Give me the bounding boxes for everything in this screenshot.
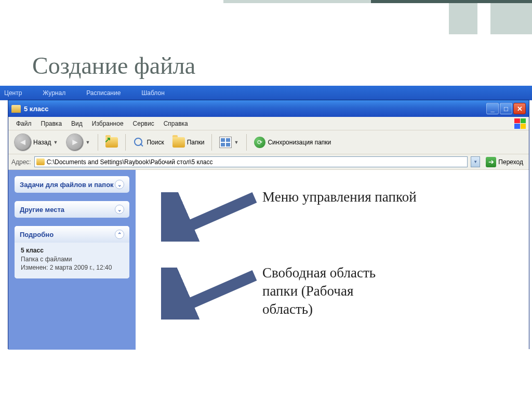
- chevron-up-icon[interactable]: ⌃: [115, 230, 124, 239]
- annotation-workarea: Свободная область папки (Рабочая область…: [262, 264, 376, 318]
- menu-bar: Файл Правка Вид Избранное Сервис Справка: [8, 117, 529, 130]
- dropdown-arrow-icon: ▼: [53, 140, 58, 145]
- address-field[interactable]: C:\Documents and Settings\Raybook\Рабочи…: [34, 156, 468, 167]
- bg-item: Расписание: [86, 89, 121, 97]
- search-label: Поиск: [147, 139, 164, 146]
- folder-icon: [172, 137, 185, 148]
- menu-help[interactable]: Справка: [159, 118, 193, 129]
- chevron-down-icon[interactable]: ⌄: [115, 180, 124, 189]
- views-icon: [219, 137, 232, 148]
- details-type: Папка с файлами: [21, 256, 123, 263]
- toolbar-separator: [98, 134, 98, 151]
- details-panel-title: Подробно: [20, 231, 54, 238]
- slide-top-decoration: [223, 0, 532, 3]
- details-panel-body: 5 класс Папка с файлами Изменен: 2 марта…: [15, 243, 129, 278]
- details-modified: Изменен: 2 марта 2009 г., 12:40: [21, 264, 123, 271]
- address-bar: Адрес: C:\Documents and Settings\Raybook…: [8, 154, 529, 170]
- sync-label: Синхронизация папки: [268, 139, 331, 146]
- forward-arrow-icon: ►: [66, 134, 83, 151]
- tasks-panel: Задачи для файлов и папок ⌄: [15, 176, 129, 193]
- details-panel: Подробно ⌃ 5 класс Папка с файлами Измен…: [15, 226, 129, 278]
- back-label: Назад: [33, 139, 51, 146]
- toolbar-separator: [246, 134, 247, 151]
- places-panel-title: Другие места: [20, 206, 64, 214]
- folders-button[interactable]: Папки: [169, 135, 208, 150]
- arrow-icon: [161, 268, 260, 320]
- menu-view[interactable]: Вид: [66, 118, 87, 129]
- folder-up-icon: ↗: [105, 137, 118, 148]
- windows-logo-icon: [514, 118, 526, 129]
- menu-file[interactable]: Файл: [11, 118, 36, 129]
- bg-item: Журнал: [43, 89, 65, 97]
- toolbar: ◄ Назад ▼ ► ▼ ↗ Поиск Папки ▼ ⟳ Синхрон: [8, 130, 529, 154]
- go-button[interactable]: ➔ Переход: [483, 156, 526, 168]
- views-button[interactable]: ▼: [216, 135, 242, 150]
- forward-button[interactable]: ► ▼: [63, 132, 94, 153]
- back-arrow-icon: ◄: [15, 134, 31, 151]
- folder-icon: [36, 158, 45, 165]
- menu-edit[interactable]: Правка: [36, 118, 67, 129]
- tasks-panel-title: Задачи для файлов и папок: [20, 181, 114, 189]
- window-titlebar[interactable]: 5 класс _ □ ✕: [8, 100, 529, 117]
- details-name: 5 класс: [21, 247, 123, 254]
- close-button[interactable]: ✕: [513, 103, 526, 114]
- background-app-titlebar: Центр Журнал Расписание Шаблон: [0, 86, 532, 100]
- slide-right-strips: [490, 3, 532, 34]
- back-button[interactable]: ◄ Назад ▼: [11, 132, 61, 153]
- tasks-panel-header[interactable]: Задачи для файлов и папок ⌄: [15, 176, 129, 193]
- bg-item: Шаблон: [141, 89, 164, 97]
- slide-title: Создание файла: [32, 52, 195, 79]
- address-dropdown[interactable]: ▼: [471, 156, 480, 167]
- svg-line-3: [171, 275, 255, 312]
- search-button[interactable]: Поиск: [130, 135, 167, 150]
- menu-favorites[interactable]: Избранное: [87, 118, 128, 129]
- window-title: 5 класс: [24, 105, 48, 113]
- bg-item: Центр: [4, 89, 22, 97]
- annotation-menu-control: Меню управления папкой: [262, 188, 417, 206]
- deco-light: [223, 0, 371, 3]
- address-label: Адрес:: [11, 158, 31, 166]
- details-panel-header[interactable]: Подробно ⌃: [15, 226, 129, 243]
- dropdown-arrow-icon: ▼: [234, 140, 239, 145]
- arrow-icon: [161, 192, 260, 242]
- up-button[interactable]: ↗: [102, 135, 121, 150]
- sync-button[interactable]: ⟳ Синхронизация папки: [251, 135, 334, 150]
- maximize-button[interactable]: □: [500, 103, 512, 114]
- menu-tools[interactable]: Сервис: [128, 118, 159, 129]
- places-panel: Другие места ⌄: [15, 201, 129, 218]
- search-icon: [133, 137, 144, 148]
- sync-icon: ⟳: [254, 137, 265, 148]
- tasks-sidebar: Задачи для файлов и папок ⌄ Другие места…: [8, 170, 136, 350]
- svg-line-1: [171, 197, 255, 234]
- address-path: C:\Documents and Settings\Raybook\Рабочи…: [47, 158, 213, 166]
- toolbar-separator: [211, 134, 212, 151]
- toolbar-separator: [125, 134, 126, 151]
- dropdown-arrow-icon: ▼: [85, 140, 90, 145]
- window-controls: _ □ ✕: [486, 103, 526, 114]
- minimize-button[interactable]: _: [486, 103, 499, 114]
- places-panel-header[interactable]: Другие места ⌄: [15, 201, 129, 218]
- folder-icon: [11, 105, 21, 113]
- go-arrow-icon: ➔: [486, 157, 496, 167]
- folders-label: Папки: [187, 139, 205, 146]
- go-label: Переход: [498, 158, 523, 166]
- chevron-down-icon[interactable]: ⌄: [115, 205, 124, 214]
